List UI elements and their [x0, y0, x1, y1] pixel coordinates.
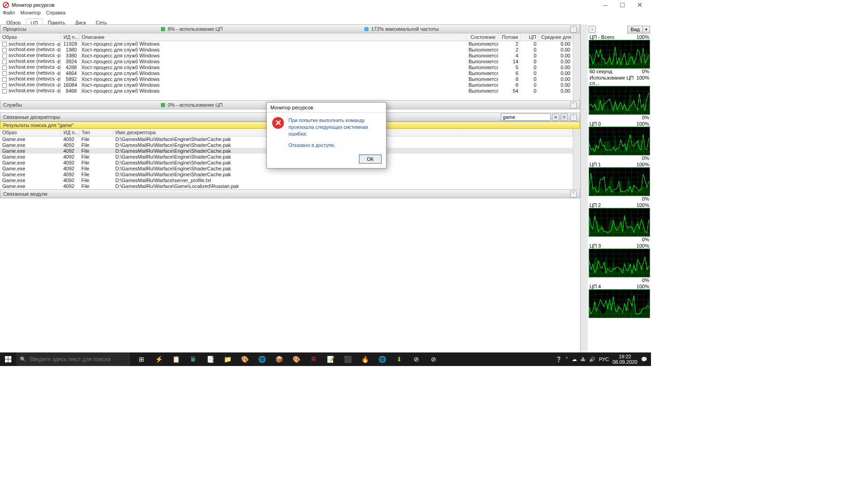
start-button[interactable]: [0, 352, 16, 366]
pinned-app-16[interactable]: ⊘: [409, 352, 424, 366]
pinned-app-14[interactable]: 🌐: [374, 352, 390, 366]
menu-bar: Файл Монитор Справка: [0, 10, 651, 18]
pinned-app-4[interactable]: 📑: [203, 352, 218, 366]
pinned-app-9[interactable]: 🎨: [288, 352, 304, 366]
modules-expand-icon[interactable]: ˅: [570, 191, 577, 197]
cpu-graph: Использование ЦП сл...100% 0%: [589, 75, 650, 120]
app-icon: [3, 2, 9, 8]
onedrive-icon[interactable]: ☁: [572, 357, 577, 362]
col-state[interactable]: Состояние: [467, 33, 498, 41]
handles-scrollbar[interactable]: [573, 129, 580, 189]
col-avgcpu[interactable]: Среднее для ЦП: [539, 33, 573, 41]
table-row[interactable]: svchost.exe (netsvcs -p)4864Хост-процесс…: [0, 70, 573, 76]
clock[interactable]: 19:22 08.09.2020: [613, 354, 637, 365]
collapse-icon[interactable]: ˄: [570, 26, 577, 33]
title-bar: Монитор ресурсов ─ ☐ ✕: [0, 0, 651, 10]
table-row[interactable]: svchost.exe (netsvcs -p)3924Хост-процесс…: [0, 58, 573, 64]
cpu-led-icon: [161, 27, 165, 31]
view-dropdown-icon[interactable]: ▼: [643, 26, 650, 33]
taskbar: 🔍 ⊞ ⚡ 📋 🖩 📑 📁 🎨 🌐 📦 🎨 Я 📝 ⬛ 🔥 🌐 ⬇ ⊘ ⊘ ❔ …: [0, 352, 651, 366]
main-scrollbar[interactable]: [580, 24, 588, 352]
cpu-graph: ЦП 1100% 0%: [589, 162, 650, 202]
pinned-app-6[interactable]: 🎨: [237, 352, 252, 366]
graphs-collapse-icon[interactable]: ›: [589, 26, 596, 33]
pinned-app-11[interactable]: 📝: [323, 352, 338, 366]
dialog-message-2: Отказано в доступе.: [288, 142, 381, 149]
col-threads[interactable]: Потоки: [498, 33, 521, 41]
modules-header[interactable]: Связанные модули ˅: [0, 189, 580, 198]
col-cpu[interactable]: ЦП: [521, 33, 539, 41]
cpu-usage-label: 8% - использование ЦП: [168, 26, 223, 32]
svc-cpu-label: 0% - использование ЦП: [168, 102, 223, 108]
processes-scrollbar[interactable]: [573, 33, 580, 100]
col-image[interactable]: Образ: [0, 33, 61, 41]
taskbar-search-input[interactable]: [30, 356, 125, 362]
handles-search-input[interactable]: [501, 113, 551, 121]
tray-chevron-icon[interactable]: ˄: [566, 357, 568, 362]
pinned-app-12[interactable]: ⬛: [340, 352, 355, 366]
clear-search-icon[interactable]: ✕: [552, 113, 559, 121]
dialog-title: Монитор ресурсов: [267, 103, 386, 113]
processes-label: Процессы: [3, 26, 26, 32]
cpu-freq-label: 172% максимальной частоты: [371, 26, 439, 32]
close-button[interactable]: ✕: [631, 0, 648, 10]
pinned-app-15[interactable]: ⬇: [392, 352, 407, 366]
hcol-type[interactable]: Тип: [79, 129, 113, 136]
processes-table[interactable]: Образ ИД п... Описание Состояние Потоки …: [0, 33, 573, 100]
table-row[interactable]: svchost.exe (netsvcs -p)5892Хост-процесс…: [0, 76, 573, 82]
network-icon[interactable]: 🖧: [580, 357, 585, 362]
menu-file[interactable]: Файл: [3, 10, 15, 18]
maximize-button[interactable]: ☐: [614, 0, 631, 10]
pinned-app-13[interactable]: 🔥: [357, 352, 373, 366]
notifications-icon[interactable]: 💬: [641, 357, 647, 362]
pinned-app-5[interactable]: 📁: [220, 352, 235, 366]
menu-help[interactable]: Справка: [46, 10, 66, 18]
svg-rect-119: [5, 356, 8, 359]
table-row[interactable]: Game.exe4092FileD:\GamesMailRu\Warface\G…: [0, 183, 573, 189]
processes-header[interactable]: Процессы 8% - использование ЦП 172% макс…: [0, 24, 580, 33]
pinned-app-10[interactable]: Я: [306, 352, 321, 366]
handles-collapse-icon[interactable]: ˄: [570, 114, 577, 121]
lang-indicator[interactable]: РУС: [599, 357, 609, 362]
table-row[interactable]: Game.exe4092FileD:\GamesMailRu\Warface\s…: [0, 177, 573, 183]
svg-rect-120: [8, 356, 11, 359]
col-pid[interactable]: ИД п...: [61, 33, 79, 41]
pinned-app-8[interactable]: 📦: [271, 352, 287, 366]
table-row[interactable]: svchost.exe (netsvcs -p)11928Хост-процес…: [0, 41, 573, 47]
col-desc[interactable]: Описание: [79, 33, 467, 41]
expand-icon[interactable]: ˅: [570, 102, 577, 108]
minimize-button[interactable]: ─: [597, 0, 614, 10]
search-icon[interactable]: ⟳: [561, 113, 568, 121]
hcol-pid[interactable]: ИД п...: [61, 129, 79, 136]
pinned-app-1[interactable]: ⚡: [151, 352, 166, 366]
table-row[interactable]: svchost.exe (netsvcs -p)4288Хост-процесс…: [0, 64, 573, 70]
help-icon[interactable]: ❔: [556, 357, 562, 362]
empty-area: [0, 198, 580, 352]
menu-monitor[interactable]: Монитор: [20, 10, 41, 18]
pinned-app-17[interactable]: ⊘: [426, 352, 441, 366]
pinned-app-2[interactable]: 📋: [168, 352, 184, 366]
pinned-app-7[interactable]: 🌐: [254, 352, 269, 366]
cpu-graph: ЦП 2100% 0%: [589, 202, 650, 242]
graphs-panel: › Вид ▼ ЦП - Всего100% 60 секунд0%Исполь…: [588, 24, 651, 352]
cpu-graph: ЦП 3100% 0%: [589, 243, 650, 283]
cpu-graph: ЦП 0100% 0%: [589, 121, 650, 161]
dialog-ok-button[interactable]: ОК: [359, 155, 382, 164]
table-row[interactable]: svchost.exe (netsvcs -p)8468Хост-процесс…: [0, 88, 573, 94]
search-icon: 🔍: [20, 357, 26, 362]
table-row[interactable]: Game.exe4092FileD:\GamesMailRu\Warface\E…: [0, 171, 573, 177]
pinned-app-3[interactable]: 🖩: [185, 352, 201, 366]
error-icon: ✕: [272, 117, 284, 129]
table-row[interactable]: svchost.exe (netsvcs -p)1980Хост-процесс…: [0, 47, 573, 52]
view-button[interactable]: Вид: [627, 26, 643, 33]
task-view-icon[interactable]: ⊞: [134, 352, 149, 366]
table-row[interactable]: svchost.exe (netsvcs -p)3380Хост-процесс…: [0, 52, 573, 58]
taskbar-search[interactable]: 🔍: [16, 352, 129, 366]
svc-led-icon: [161, 103, 165, 107]
volume-icon[interactable]: 🔊: [589, 357, 595, 362]
svg-rect-122: [8, 359, 11, 362]
modules-label: Связанные модули: [3, 191, 47, 197]
table-row[interactable]: svchost.exe (netsvcs -p)16084Хост-процес…: [0, 82, 573, 88]
cpu-graph: ЦП - Всего100% 60 секунд0%: [589, 34, 650, 74]
hcol-image[interactable]: Образ: [0, 129, 61, 136]
